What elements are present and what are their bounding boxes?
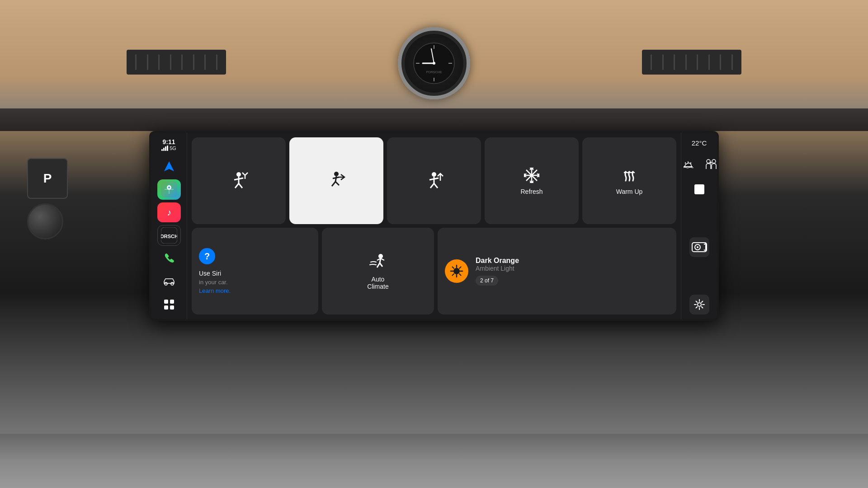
svg-point-36 [432,172,436,177]
tile-auto-climate[interactable]: Auto Climate [322,228,434,314]
sidebar: 9:11 5G [151,133,187,319]
svg-line-55 [453,267,454,269]
svg-point-50 [453,268,460,274]
siri-subtitle: in your car. [199,279,311,286]
svg-line-32 [333,177,339,178]
sidebar-item-phone[interactable] [157,249,181,269]
main-content: Refresh [187,133,681,319]
svg-rect-21 [170,300,174,304]
svg-point-7 [433,62,435,65]
climate-label-line1: Auto [367,276,388,283]
bottom-tiles-row: ? Use Siri in your car. Learn more. [192,228,676,314]
svg-line-48 [377,263,380,267]
siri-question-mark: ? [199,248,215,264]
tile-refresh-label: Refresh [520,188,542,195]
svg-rect-23 [170,305,174,310]
white-square-icon[interactable] [689,179,709,199]
siri-learn-more[interactable]: Learn more. [199,287,311,294]
svg-line-58 [453,274,454,276]
signal-bars [161,145,168,151]
right-panel: 22°C [681,133,717,319]
svg-line-26 [234,178,243,180]
tile-ambient-light[interactable]: Dark Orange Ambient Light 2 of 7 [438,228,676,314]
top-tiles-row: Refresh [192,137,676,224]
clock-time: 9:11 [151,138,187,145]
ambient-subtitle: Ambient Light [476,265,669,272]
svg-line-57 [459,267,461,269]
tile-person-down[interactable] [387,137,481,224]
tile-warmup[interactable]: Warm Up [582,137,676,224]
p-button[interactable]: P [27,158,68,199]
dashboard-top: PORSCHE [0,0,868,127]
tile-warmup-label: Warm Up [616,188,643,195]
svg-line-40 [434,183,438,188]
svg-line-31 [335,176,336,182]
sidebar-item-navigation[interactable] [157,156,181,177]
infotainment-screen: 9:11 5G [151,133,717,319]
left-controls: P [27,158,68,239]
svg-point-18 [165,282,167,285]
sidebar-item-music[interactable]: ♪ [157,202,181,223]
ambient-title: Dark Orange [476,257,669,265]
vent-left [127,50,226,75]
svg-point-30 [334,172,339,176]
svg-line-33 [332,182,335,186]
svg-point-19 [171,282,174,285]
svg-line-28 [239,183,242,188]
climate-label-line2: Climate [367,283,388,290]
control-knob[interactable] [27,203,63,239]
svg-text:PORSCHE: PORSCHE [426,70,442,74]
svg-marker-9 [164,161,174,171]
svg-point-68 [697,246,698,248]
status-bar: 9:11 5G [151,136,187,155]
page-indicator: 2 of 7 [476,276,498,286]
defroster-icon[interactable] [678,154,698,174]
bottom-area [0,434,868,488]
network-type: 5G [170,145,176,151]
person-switch-icon[interactable] [701,154,717,174]
svg-rect-20 [164,300,168,304]
tile-siri[interactable]: ? Use Siri in your car. Learn more. [192,228,318,314]
sidebar-item-grid[interactable] [157,294,181,314]
settings-icon[interactable] [689,295,709,314]
svg-line-56 [459,274,461,276]
ambient-info: Dark Orange Ambient Light 2 of 7 [476,257,669,286]
svg-text:PORSCHE: PORSCHE [161,234,177,239]
svg-line-34 [335,182,339,185]
svg-point-24 [236,172,241,177]
center-gauge: PORSCHE [398,27,470,99]
sidebar-item-porsche[interactable]: PORSCHE [157,225,181,245]
svg-point-13 [168,187,170,188]
svg-text:♪: ♪ [167,207,171,217]
svg-line-39 [430,183,434,188]
temperature-display: 22°C [692,137,707,149]
svg-point-69 [698,303,701,306]
ambient-color-circle [445,259,468,283]
car-interior: PORSCHE P 9:11 [0,0,868,488]
screen-bezel: 9:11 5G [149,131,719,321]
siri-title: Use Siri [199,270,311,277]
tile-person-up[interactable] [192,137,286,224]
sidebar-item-car[interactable] [157,271,181,291]
tile-person-active[interactable] [289,137,383,224]
tile-refresh[interactable]: Refresh [485,137,579,224]
car-camera-icon[interactable] [689,237,709,257]
vent-right [642,50,741,75]
svg-point-46 [378,254,383,258]
sidebar-item-maps[interactable] [157,179,181,200]
svg-rect-22 [164,305,168,310]
svg-line-38 [429,178,439,180]
svg-line-27 [235,183,239,188]
svg-point-64 [712,160,716,163]
dashboard-leather [0,108,868,131]
svg-line-49 [380,263,382,267]
